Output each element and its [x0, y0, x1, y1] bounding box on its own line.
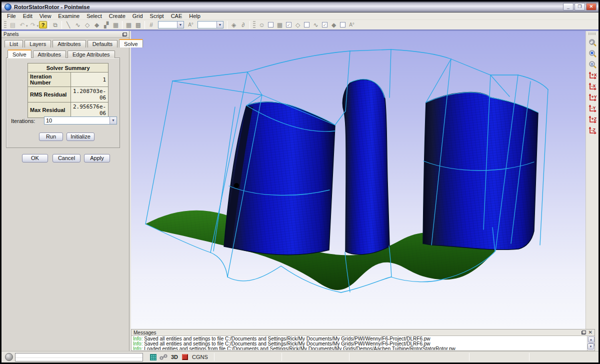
subtab-attributes[interactable]: Attributes — [33, 50, 66, 58]
view-axis-minus-x[interactable]: -X — [587, 81, 598, 92]
create-block-icon[interactable]: ▦ — [111, 20, 120, 29]
iterations-combo[interactable]: 10 ▼ — [44, 116, 117, 124]
toolbar-grip[interactable] — [588, 32, 596, 35]
unstructured-grid-icon[interactable]: ▩ — [134, 20, 143, 29]
menu-select[interactable]: Select — [83, 12, 106, 20]
structured-grid-icon[interactable]: ▦ — [124, 20, 134, 29]
title-bar[interactable]: RotorStatorRotor - Pointwise _ ❐ ✕ — [2, 2, 598, 12]
solver-summary-table: Solver Summary Iteration Number1RMS Resi… — [28, 63, 108, 118]
subtab-edge-attributes[interactable]: Edge Attributes — [68, 50, 115, 58]
messages-header[interactable]: Messages ✕ — [132, 330, 594, 336]
menu-script[interactable]: Script — [146, 12, 168, 20]
show-connectors-icon[interactable]: ∿ — [311, 20, 320, 29]
blocks-visibility-checkbox[interactable]: ✓ — [286, 22, 292, 28]
toolbar-grip[interactable] — [4, 21, 6, 29]
panels-titlebar[interactable]: Panels — [2, 31, 129, 38]
ok-button[interactable]: OK — [22, 154, 48, 162]
solver-summary-title: Solver Summary — [28, 64, 108, 72]
spacings-visibility-checkbox[interactable] — [340, 22, 346, 28]
run-button[interactable]: Run — [39, 132, 63, 141]
help-icon[interactable]: ? — [39, 21, 47, 28]
tab-solve[interactable]: Solve — [119, 39, 143, 48]
create-domain-unstructured-icon[interactable]: ◆ — [92, 20, 102, 29]
spacing-combo[interactable]: ▼ — [198, 21, 224, 28]
tab-attributes[interactable]: Attributes — [52, 40, 86, 48]
toolbar-grip[interactable] — [253, 21, 256, 29]
create-domain-structured-icon[interactable]: ◇ — [82, 20, 92, 29]
dimension-combo-dropdown-icon[interactable]: ▼ — [177, 22, 184, 28]
copy-layer-icon[interactable]: ⧉ — [50, 20, 60, 29]
float-panel-icon[interactable] — [122, 32, 127, 36]
distribution-icon-glyph: ◈ — [232, 22, 236, 28]
spacing-combo-dropdown-icon[interactable]: ▼ — [216, 22, 223, 28]
distribution-icon[interactable]: ◈ — [229, 20, 238, 29]
message-level: Info: — [133, 346, 142, 350]
statusbar-separator — [282, 353, 282, 361]
domains-visibility-checkbox[interactable] — [304, 22, 310, 28]
create-domain-unstructured-icon-glyph: ◆ — [94, 22, 99, 28]
zoom-level-icon[interactable] — [587, 59, 598, 70]
show-blocks-icon-glyph: ▦ — [277, 22, 282, 28]
zoom-previous-icon[interactable] — [587, 37, 598, 48]
tab-list[interactable]: List — [4, 40, 23, 48]
scroll-down-icon[interactable]: ▼ — [588, 344, 594, 350]
dimension-icon[interactable]: # — [146, 20, 156, 29]
zoom-extents-icon[interactable] — [587, 48, 598, 58]
save-icon[interactable]: ▤ — [8, 20, 18, 29]
messages-scrollbar[interactable]: ▲ ▼ — [587, 336, 594, 350]
menu-view[interactable]: View — [36, 12, 55, 20]
show-domains-icon[interactable]: ◇ — [293, 20, 302, 29]
view-axis-minus-y[interactable]: -Y — [587, 103, 598, 114]
create-curve-icon[interactable]: ∿ — [73, 20, 82, 29]
mode-label: 3D — [171, 354, 178, 360]
derivative-icon[interactable]: ∂ — [238, 20, 248, 29]
menu-help[interactable]: Help — [186, 12, 204, 20]
create-domain-structured-icon-glyph: ◇ — [85, 22, 90, 28]
panels-panel: Panels ListLayersAttributesDefaultsSolve… — [2, 31, 130, 351]
create-extrude-icon[interactable]: ▞ — [102, 20, 111, 29]
subtab-solve[interactable]: Solve — [8, 50, 32, 58]
show-spacings-icon[interactable]: ◆ — [329, 20, 338, 29]
menu-examine[interactable]: Examine — [54, 12, 83, 20]
apply-button[interactable]: Apply — [84, 154, 110, 162]
row-label: Iteration Number — [28, 72, 71, 87]
minimize-button[interactable]: _ — [563, 3, 574, 10]
view-axis-plusminus-y[interactable]: +Y — [587, 92, 598, 102]
view-axis-minus-z[interactable]: -Z — [587, 125, 598, 136]
restore-button[interactable]: ❐ — [574, 3, 585, 10]
row-label: RMS Residual — [28, 87, 71, 102]
close-messages-icon[interactable]: ✕ — [588, 330, 592, 335]
menu-edit[interactable]: Edit — [20, 12, 36, 20]
show-blocks-icon[interactable]: ▦ — [275, 20, 284, 29]
view-axis-plusminus-x[interactable]: +X — [587, 70, 598, 80]
dimension-combo[interactable]: ▼ — [158, 21, 184, 28]
connectors-visibility-checkbox[interactable]: ✓ — [322, 22, 328, 28]
close-button[interactable]: ✕ — [586, 3, 596, 10]
svg-text:-X: -X — [591, 84, 596, 88]
redo-icon-dropdown[interactable]: ▾ — [37, 24, 39, 28]
cancel-button[interactable]: Cancel — [52, 154, 80, 162]
messages-list: Info: Saved all entities and settings to… — [132, 336, 586, 350]
iterations-dropdown-icon[interactable]: ▼ — [110, 117, 116, 124]
menu-create[interactable]: Create — [106, 12, 129, 20]
show-database-icon[interactable]: ☺ — [257, 20, 266, 29]
scroll-up-icon[interactable]: ▲ — [588, 336, 594, 342]
show-points-icon[interactable]: A° — [347, 20, 356, 29]
window-title: RotorStatorRotor - Pointwise — [14, 4, 562, 10]
tab-defaults[interactable]: Defaults — [88, 40, 118, 48]
undo-icon-dropdown[interactable]: ▾ — [26, 24, 28, 28]
spacing-icon[interactable]: A° — [186, 20, 196, 29]
cae-cube-icon — [182, 354, 188, 360]
help-icon-glyph: ? — [42, 22, 45, 28]
tab-layers[interactable]: Layers — [24, 40, 51, 48]
view-axis-plusminus-z[interactable]: +Z — [587, 114, 598, 124]
database-visibility-checkbox[interactable] — [268, 22, 274, 28]
menu-grid[interactable]: Grid — [129, 12, 146, 20]
menu-cae[interactable]: CAE — [168, 12, 186, 20]
create-connector-icon[interactable]: ╲ — [64, 20, 73, 29]
float-messages-icon[interactable] — [582, 330, 586, 334]
statusbar-separator — [214, 353, 214, 361]
initialize-button[interactable]: Initialize — [66, 132, 94, 141]
viewport-3d[interactable] — [131, 31, 586, 329]
menu-file[interactable]: File — [4, 12, 20, 20]
